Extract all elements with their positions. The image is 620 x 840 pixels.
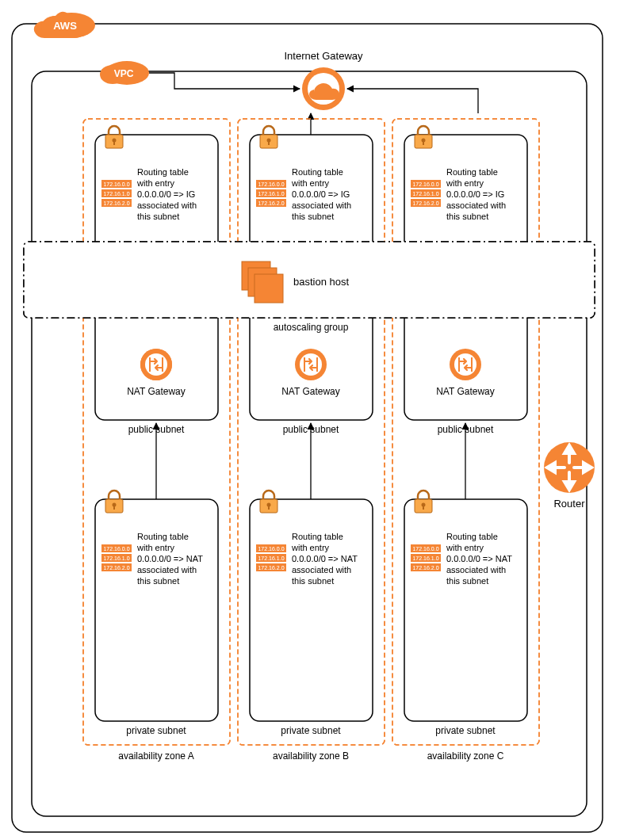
rt-text: 0.0.0.0/0 => IG — [446, 189, 504, 199]
cidr-badge: 172.16.2.0 — [103, 200, 129, 206]
internet-gateway-label: Internet Gateway — [285, 50, 363, 62]
private-subnet-label: private subnet — [126, 725, 186, 736]
aws-badge: AWS — [34, 12, 95, 38]
lock-icon — [415, 126, 432, 148]
rt-text: Routing table — [292, 167, 343, 177]
rt-text: with entry — [291, 543, 330, 552]
rt-text: this subnet — [446, 576, 488, 586]
cidr-badge: 172.16.1.0 — [412, 556, 438, 561]
private-subnet-label: private subnet — [435, 725, 496, 736]
cidr-badge: 172.16.0.0 — [258, 546, 284, 552]
svg-point-38 — [454, 353, 476, 376]
rt-text: this subnet — [137, 576, 179, 586]
rt-text: Routing table — [446, 532, 498, 541]
rt-text: associated with — [137, 200, 197, 210]
cidr-badge: 172.16.2.0 — [103, 565, 129, 571]
nat-gateway-icon — [295, 349, 327, 380]
connector-right-ig — [347, 89, 478, 113]
nat-gateway-icon — [450, 349, 481, 380]
routing-table-public-b: 172.16.0.0 172.16.1.0 172.16.2.0 Routing… — [256, 167, 351, 221]
svg-point-16 — [145, 353, 167, 376]
rt-text: this subnet — [446, 212, 488, 221]
connector-vpc-ig — [149, 73, 300, 89]
cidr-badge: 172.16.1.0 — [103, 556, 129, 561]
rt-text: this subnet — [292, 212, 334, 221]
cidr-badge: 172.16.0.0 — [103, 181, 129, 187]
private-subnet-b: 172.16.0.0 172.16.1.0 172.16.2.0 Routing… — [250, 491, 373, 736]
rt-text: this subnet — [292, 576, 334, 586]
cidr-badge: 172.16.2.0 — [258, 200, 284, 206]
cidr-badge: 172.16.0.0 — [258, 181, 284, 187]
svg-rect-9 — [113, 141, 115, 145]
svg-rect-58 — [268, 506, 270, 510]
rt-text: associated with — [446, 565, 506, 575]
rt-text: associated with — [292, 565, 351, 575]
svg-rect-65 — [423, 506, 424, 510]
cidr-badge: 172.16.1.0 — [412, 191, 438, 197]
rt-text: 0.0.0.0/0 => NAT — [446, 554, 512, 563]
bastion-host-icon-top — [242, 262, 283, 303]
cidr-badge: 172.16.0.0 — [412, 546, 438, 552]
svg-rect-51 — [113, 506, 115, 510]
nat-gateway-label: NAT Gateway — [436, 386, 495, 397]
az-a-label: availability zone A — [118, 750, 193, 762]
rt-text: with entry — [446, 178, 484, 188]
az-c-label: availability zone C — [427, 750, 504, 762]
cidr-badge: 172.16.1.0 — [258, 191, 284, 197]
rt-text: associated with — [292, 200, 351, 210]
routing-table-public-c: 172.16.0.0 172.16.1.0 172.16.2.0 Routing… — [411, 167, 506, 221]
private-subnet-a: 172.16.0.0 172.16.1.0 172.16.2.0 Routing… — [95, 491, 218, 736]
nat-gateway-icon-overlay — [140, 349, 172, 380]
routing-table-public-a: 172.16.0.0 172.16.1.0 172.16.2.0 Routing… — [101, 167, 197, 221]
vpc-label: VPC — [114, 68, 134, 79]
cidr-badge: 172.16.0.0 — [412, 181, 438, 187]
router-label: Router — [553, 498, 585, 510]
lock-icon — [260, 491, 277, 513]
diagram-canvas: AWS VPC Internet Gateway availability zo… — [0, 0, 620, 840]
aws-label: AWS — [53, 20, 77, 32]
nat-gateway-label: NAT Gateway — [281, 386, 340, 397]
rt-text: Routing table — [137, 532, 189, 541]
routing-table-private-c: 172.16.0.0 172.16.1.0 172.16.2.0 Routing… — [411, 532, 512, 586]
cidr-badge: 172.16.0.0 — [103, 546, 129, 552]
rt-text: associated with — [446, 200, 506, 210]
rt-text: Routing table — [137, 167, 189, 177]
cidr-badge: 172.16.2.0 — [258, 565, 284, 571]
svg-point-27 — [300, 353, 322, 376]
bastion-host-label-top: bastion host — [293, 276, 349, 288]
lock-icon — [260, 126, 277, 148]
router-icon — [544, 442, 595, 493]
rt-text: Routing table — [446, 167, 498, 177]
rt-text: 0.0.0.0/0 => NAT — [292, 554, 358, 563]
rt-text: 0.0.0.0/0 => NAT — [137, 554, 203, 563]
rt-text: this subnet — [137, 212, 179, 221]
routing-table-private-a: 172.16.0.0 172.16.1.0 172.16.2.0 Routing… — [101, 532, 203, 586]
rt-text: with entry — [136, 543, 175, 552]
nat-gateway-label: NAT Gateway — [127, 386, 186, 397]
cidr-badge: 172.16.1.0 — [103, 191, 129, 197]
private-subnet-label: private subnet — [281, 725, 341, 736]
autoscaling-group-label: autoscaling group — [274, 322, 349, 333]
lock-icon — [415, 491, 432, 513]
svg-rect-22 — [268, 141, 270, 145]
cidr-badge: 172.16.1.0 — [258, 556, 284, 561]
rt-text: with entry — [446, 543, 484, 552]
rt-text: with entry — [136, 178, 175, 188]
rt-text: 0.0.0.0/0 => IG — [292, 189, 350, 199]
internet-gateway-icon — [302, 67, 345, 110]
lock-icon — [105, 126, 123, 148]
az-b-label: availability zone B — [273, 750, 349, 762]
svg-rect-47 — [255, 274, 283, 303]
rt-text: associated with — [137, 565, 197, 575]
vpc-badge: VPC — [100, 61, 149, 85]
cidr-badge: 172.16.2.0 — [412, 200, 438, 206]
routing-table-private-b: 172.16.0.0 172.16.1.0 172.16.2.0 Routing… — [256, 532, 358, 586]
rt-text: 0.0.0.0/0 => IG — [137, 189, 195, 199]
lock-icon — [105, 491, 123, 513]
cidr-badge: 172.16.2.0 — [412, 565, 438, 571]
rt-text: Routing table — [292, 532, 343, 541]
svg-rect-33 — [423, 141, 424, 145]
rt-text: with entry — [291, 178, 330, 188]
private-subnet-c: 172.16.0.0 172.16.1.0 172.16.2.0 Routing… — [404, 491, 527, 736]
